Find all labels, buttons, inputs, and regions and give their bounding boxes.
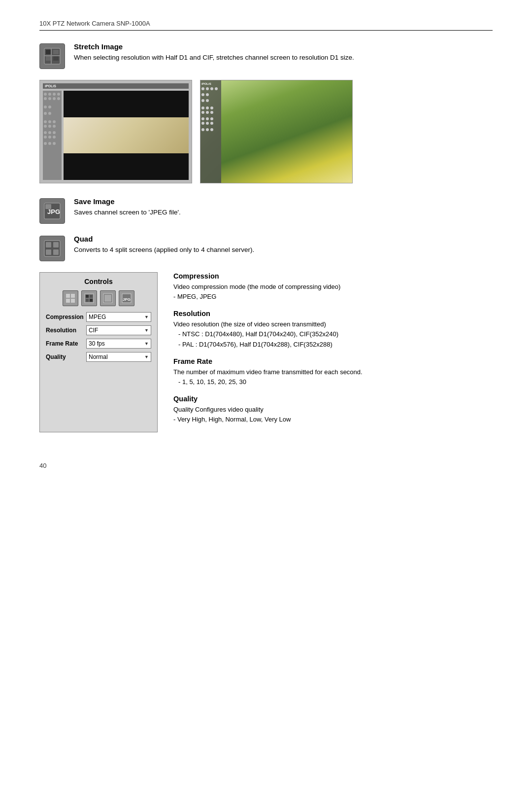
quality-block: Quality Quality Configures video quality… bbox=[173, 395, 493, 424]
save-image-desc: Saves channel screen to 'JPEG file'. bbox=[74, 208, 493, 217]
framerate-title: Frame Rate bbox=[173, 357, 493, 365]
framerate-value: 30 fps bbox=[89, 340, 105, 347]
full-image-right: iPOLiS bbox=[200, 80, 352, 183]
svg-text:JPG: JPG bbox=[47, 208, 60, 215]
save-image-title: Save Image bbox=[74, 197, 493, 206]
compression-row: Compression MPEG ▼ bbox=[46, 312, 151, 322]
framerate-row: Frame Rate 30 fps ▼ bbox=[46, 339, 151, 349]
ctrl-icon-save2[interactable]: JPG bbox=[119, 290, 134, 306]
resolution-title: Resolution bbox=[173, 310, 493, 317]
quad-section: Quad Converts to 4 split screens (applie… bbox=[39, 235, 493, 261]
lower-section: Controls JPG Compression MPEG ▼ bbox=[39, 272, 493, 432]
compression-block: Compression Video compression mode (the … bbox=[173, 272, 493, 302]
quality-arrow: ▼ bbox=[144, 354, 149, 359]
framerate-line1: The number of maximum video frame transm… bbox=[173, 368, 363, 376]
svg-rect-22 bbox=[86, 299, 89, 302]
screenshot-after: iPOLiS bbox=[200, 80, 353, 183]
framerate-block: Frame Rate The number of maximum video f… bbox=[173, 357, 493, 387]
svg-rect-9 bbox=[45, 204, 51, 209]
stretch-image-section: Stretch Image When selecting resolution … bbox=[39, 42, 493, 69]
resolution-block: Resolution Video resolution (the size of… bbox=[173, 310, 493, 349]
svg-rect-13 bbox=[46, 249, 51, 255]
stretch-image-title: Stretch Image bbox=[74, 42, 493, 51]
svg-rect-1 bbox=[46, 50, 51, 54]
framerate-desc: The number of maximum video frame transm… bbox=[173, 367, 493, 387]
fake-main-left bbox=[64, 91, 189, 180]
quad-title: Quad bbox=[74, 235, 493, 243]
quality-value: Normal bbox=[89, 353, 108, 360]
fake-ui-header-left: iPOLiS bbox=[43, 83, 189, 89]
ctrl-icon-stretch2[interactable] bbox=[81, 290, 97, 306]
quality-desc: Quality Configures video quality - Very … bbox=[173, 405, 493, 424]
page-header: 10X PTZ Network Camera SNP-1000A bbox=[39, 20, 493, 31]
svg-rect-21 bbox=[90, 295, 93, 298]
controls-panel-title: Controls bbox=[46, 278, 151, 285]
stretch-image-icon bbox=[39, 43, 65, 69]
quality-title: Quality bbox=[173, 395, 493, 403]
stretch-image-screenshots: iPOLiS bbox=[39, 80, 493, 183]
svg-rect-2 bbox=[53, 50, 59, 54]
quality-line2: - Very High, High, Normal, Low, Very Low bbox=[173, 416, 291, 423]
compression-value: MPEG bbox=[89, 314, 106, 320]
ctrl-icon-quad[interactable] bbox=[63, 290, 78, 306]
document-title: 10X PTZ Network Camera SNP-1000A bbox=[39, 20, 150, 27]
quality-line1: Quality Configures video quality bbox=[173, 406, 264, 413]
feature-descriptions: Compression Video compression mode (the … bbox=[173, 272, 493, 432]
resolution-select[interactable]: CIF ▼ bbox=[86, 325, 151, 335]
controls-icons-row: JPG bbox=[46, 290, 151, 306]
quad-desc: Converts to 4 split screens (applied onl… bbox=[74, 245, 493, 255]
compression-title: Compression bbox=[173, 272, 493, 280]
compression-line2: - MPEG, JPEG bbox=[173, 293, 216, 300]
resolution-label: Resolution bbox=[46, 327, 86, 334]
stretch-image-desc: When selecting resolution with Half D1 a… bbox=[74, 53, 493, 63]
svg-rect-18 bbox=[71, 299, 75, 303]
save-image-text: Save Image Saves channel screen to 'JPEG… bbox=[74, 197, 493, 217]
stretch-image-text: Stretch Image When selecting resolution … bbox=[74, 42, 493, 63]
framerate-select[interactable]: 30 fps ▼ bbox=[86, 339, 151, 349]
compression-line1: Video compression mode (the mode of comp… bbox=[173, 283, 340, 290]
fake-sidebar-right: iPOLiS bbox=[200, 80, 221, 183]
quality-select[interactable]: Normal ▼ bbox=[86, 352, 151, 362]
quad-text: Quad Converts to 4 split screens (applie… bbox=[74, 235, 493, 255]
resolution-line2: - NTSC : D1(704x480), Half D1(704x240), … bbox=[173, 330, 338, 338]
quality-row: Quality Normal ▼ bbox=[46, 352, 151, 362]
save-image-section: JPG Save Image Saves channel screen to '… bbox=[39, 197, 493, 224]
quality-label: Quality bbox=[46, 353, 86, 360]
compression-label: Compression bbox=[46, 314, 86, 320]
compression-arrow: ▼ bbox=[144, 315, 149, 319]
svg-text:JPG: JPG bbox=[123, 297, 131, 302]
resolution-line1: Video resolution (the size of video scre… bbox=[173, 320, 326, 328]
save-image-icon: JPG bbox=[39, 198, 65, 224]
framerate-arrow: ▼ bbox=[144, 341, 149, 346]
svg-rect-12 bbox=[53, 242, 59, 247]
svg-rect-4 bbox=[53, 56, 59, 61]
svg-rect-11 bbox=[46, 242, 51, 247]
framerate-line2: - 1, 5, 10, 15, 20, 25, 30 bbox=[173, 378, 246, 386]
svg-rect-16 bbox=[71, 294, 75, 298]
svg-rect-14 bbox=[53, 249, 59, 255]
resolution-arrow: ▼ bbox=[144, 328, 149, 333]
svg-rect-17 bbox=[66, 299, 70, 303]
resolution-desc: Video resolution (the size of video scre… bbox=[173, 319, 493, 349]
svg-rect-6 bbox=[44, 55, 60, 56]
controls-panel: Controls JPG Compression MPEG ▼ bbox=[39, 272, 158, 432]
fake-sidebar-left bbox=[43, 91, 62, 180]
svg-rect-15 bbox=[66, 294, 70, 298]
compression-select[interactable]: MPEG ▼ bbox=[86, 312, 151, 322]
svg-rect-25 bbox=[104, 295, 111, 302]
page-number: 40 bbox=[39, 462, 493, 469]
svg-rect-3 bbox=[46, 56, 51, 61]
quad-icon bbox=[39, 236, 65, 261]
resolution-row: Resolution CIF ▼ bbox=[46, 325, 151, 335]
svg-rect-20 bbox=[86, 295, 89, 298]
framerate-label: Frame Rate bbox=[46, 340, 86, 347]
resolution-value: CIF bbox=[89, 327, 98, 334]
svg-rect-23 bbox=[90, 299, 93, 302]
screenshot-before: iPOLiS bbox=[39, 80, 192, 183]
compression-desc: Video compression mode (the mode of comp… bbox=[173, 282, 493, 302]
resolution-line3: - PAL : D1(704x576), Half D1(704x288), C… bbox=[173, 341, 332, 348]
ctrl-icon-fullscreen[interactable] bbox=[100, 290, 116, 306]
